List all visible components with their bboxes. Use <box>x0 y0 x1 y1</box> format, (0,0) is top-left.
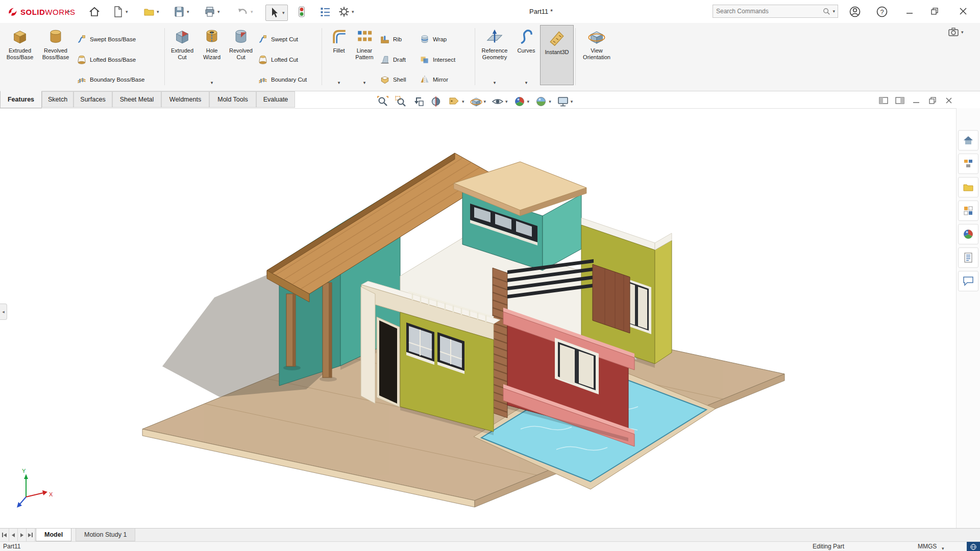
revolved-cut-button[interactable]: Revolved Cut <box>227 28 255 61</box>
pane-left-icon[interactable] <box>879 96 888 105</box>
lofted-boss-button[interactable]: Lofted Boss/Base <box>77 53 136 67</box>
hide-show-items-button[interactable]: ▾ <box>492 95 508 108</box>
reference-geometry-button[interactable]: Reference Geometry <box>477 28 512 61</box>
appearances-scenes-button[interactable] <box>958 224 978 244</box>
print-dropdown-icon[interactable]: ▾ <box>217 10 220 14</box>
task-pane-home-button[interactable] <box>958 130 978 151</box>
model-tab[interactable]: Model <box>36 529 71 541</box>
curves-button[interactable]: Curves <box>513 28 539 54</box>
select-tool-button[interactable]: ▾ <box>265 5 288 21</box>
units-dropdown-icon[interactable]: ▾ <box>942 544 944 551</box>
print-button[interactable]: ▾ <box>204 5 220 19</box>
extruded-boss-button[interactable]: Extruded Boss/Base <box>4 28 36 61</box>
tab-scroll-first-button[interactable] <box>0 529 9 541</box>
revolved-boss-button[interactable]: Revolved Boss/Base <box>40 28 71 61</box>
tab-sketch[interactable]: Sketch <box>42 91 74 108</box>
intersect-button[interactable]: Intersect <box>420 53 455 67</box>
swept-cut-button[interactable]: Swept Cut <box>258 32 298 46</box>
tab-features[interactable]: Features <box>0 91 42 108</box>
annotation-views-button[interactable]: ▾ <box>448 95 464 108</box>
porch-pillar[interactable] <box>323 283 332 378</box>
fillet-dropdown-icon[interactable]: ▾ <box>334 80 344 85</box>
options-button[interactable]: ▾ <box>338 5 354 19</box>
tab-weldments[interactable]: Weldments <box>161 91 209 108</box>
options-dropdown-icon[interactable]: ▾ <box>352 10 354 14</box>
boundary-boss-button[interactable]: Boundary Boss/Base <box>77 72 144 87</box>
tab-scroll-prev-button[interactable] <box>9 529 18 541</box>
save-button[interactable]: ▾ <box>173 5 189 19</box>
wrap-button[interactable]: Wrap <box>420 32 447 46</box>
rib-button[interactable]: Rib <box>380 32 402 46</box>
home-button[interactable] <box>88 5 101 19</box>
tab-scroll-last-button[interactable] <box>26 529 35 541</box>
fillet-button[interactable]: Fillet <box>327 28 351 54</box>
search-input[interactable] <box>713 8 822 15</box>
feature-tree-flyout[interactable]: ◂ <box>0 304 7 320</box>
section-view-button[interactable] <box>430 95 443 108</box>
search-dropdown-icon[interactable]: ▾ <box>832 9 835 14</box>
tab-evaluate[interactable]: Evaluate <box>256 91 295 108</box>
edit-appearance-button[interactable]: ▾ <box>513 95 530 108</box>
open-button[interactable]: ▾ <box>143 5 159 19</box>
swept-boss-button[interactable]: Swept Boss/Base <box>77 32 136 46</box>
undo-dropdown-icon[interactable]: ▾ <box>251 10 253 14</box>
view-settings-button[interactable]: ▾ <box>557 95 573 108</box>
select-dropdown-icon[interactable]: ▾ <box>282 11 285 15</box>
extruded-cut-button[interactable]: Extruded Cut <box>168 28 196 61</box>
web-help-button[interactable] <box>967 542 980 551</box>
custom-properties-button[interactable] <box>958 247 978 268</box>
restore-button[interactable] <box>925 3 944 19</box>
restore-doc-icon[interactable] <box>928 96 937 105</box>
status-units[interactable]: MMGS <box>918 542 937 551</box>
curves-dropdown-icon[interactable]: ▾ <box>521 80 531 85</box>
porch-pillar[interactable] <box>286 294 296 366</box>
design-library-button[interactable] <box>958 154 978 174</box>
linear-pattern-dropdown-icon[interactable]: ▾ <box>359 80 370 85</box>
file-explorer-button[interactable] <box>958 177 978 197</box>
close-doc-icon[interactable] <box>944 96 953 105</box>
tab-sheet-metal[interactable]: Sheet Metal <box>112 91 161 108</box>
pane-right-icon[interactable] <box>895 96 904 105</box>
cream-column[interactable] <box>361 287 375 404</box>
reference-geometry-dropdown-icon[interactable]: ▾ <box>489 80 500 85</box>
motion-study-tab[interactable]: Motion Study 1 <box>76 529 135 541</box>
login-button[interactable] <box>849 5 861 19</box>
hole-wizard-dropdown-icon[interactable]: ▾ <box>207 80 217 85</box>
tab-surfaces[interactable]: Surfaces <box>74 91 112 108</box>
shell-button[interactable]: Shell <box>380 72 406 87</box>
performance-lights-button[interactable] <box>296 5 308 19</box>
search-icon[interactable] <box>822 7 831 16</box>
save-dropdown-icon[interactable]: ▾ <box>187 10 189 14</box>
instant3d-button[interactable]: Instant3D <box>540 25 574 85</box>
tab-mold-tools[interactable]: Mold Tools <box>209 91 256 108</box>
new-document-button[interactable]: ▾ <box>112 5 128 19</box>
hole-wizard-button[interactable]: Hole Wizard <box>198 28 226 61</box>
mirror-button[interactable]: Mirror <box>420 72 448 87</box>
minimize-doc-icon[interactable] <box>912 96 921 105</box>
new-dropdown-icon[interactable]: ▾ <box>126 10 128 14</box>
view-orientation-button[interactable]: View Orientation <box>578 28 616 61</box>
close-button[interactable] <box>954 3 972 19</box>
doorway[interactable] <box>379 320 397 404</box>
undo-button[interactable]: ▾ <box>237 5 253 19</box>
minimize-button[interactable] <box>900 3 919 19</box>
previous-view-button[interactable] <box>412 95 425 108</box>
open-dropdown-icon[interactable]: ▾ <box>157 10 159 14</box>
help-button[interactable] <box>876 5 888 19</box>
forum-button[interactable] <box>958 271 978 291</box>
zoom-to-fit-button[interactable] <box>377 95 389 108</box>
capture-dropdown-icon[interactable]: ▾ <box>961 30 964 35</box>
tab-scroll-next-button[interactable] <box>17 529 27 541</box>
boundary-cut-button[interactable]: Boundary Cut <box>258 72 307 87</box>
apply-scene-button[interactable]: ▾ <box>535 95 551 108</box>
screen-capture-button[interactable]: ▾ <box>947 25 964 39</box>
command-list-button[interactable] <box>319 5 331 19</box>
view-palette-button[interactable] <box>958 201 978 221</box>
view-orientation-cube-button[interactable]: ▾ <box>470 95 486 108</box>
draft-button[interactable]: Draft <box>380 53 406 67</box>
linear-pattern-button[interactable]: Linear Pattern <box>351 28 378 61</box>
lofted-cut-button[interactable]: Lofted Cut <box>258 53 298 67</box>
model-canvas[interactable]: Y X <box>0 109 980 529</box>
logo-flyout-icon[interactable]: ▸ <box>68 9 70 14</box>
zoom-to-area-button[interactable] <box>395 95 407 108</box>
